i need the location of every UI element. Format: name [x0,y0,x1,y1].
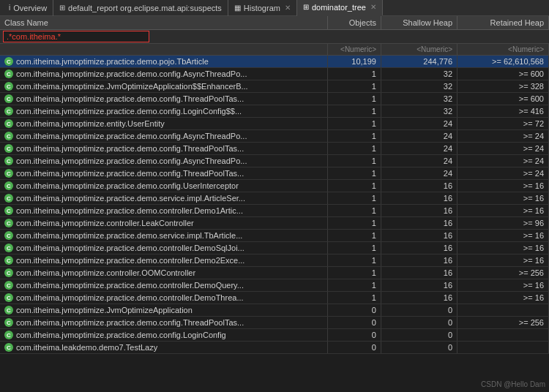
objects-cell: 0 [328,304,381,317]
col-header-class[interactable]: Class Name [0,16,328,30]
table-row[interactable]: Ccom.itheima.jvmoptimize.practice.demo.c… [0,143,549,155]
class-name: com.itheima.jvmoptimize.practice.demo.co… [16,206,243,215]
class-icon: C [4,281,13,290]
class-name: com.itheima.jvmoptimize.JvmOptimizeAppli… [16,306,193,314]
class-cell: Ccom.itheima.jvmoptimize.practice.demo.c… [0,68,328,80]
retained-heap-cell: >= 24 [458,155,549,167]
table-row[interactable]: Ccom.itheima.jvmoptimize.practice.demo.c… [0,317,549,329]
retained-heap-cell: >= 62,610,568 [458,56,549,68]
class-icon: C [4,318,13,327]
tab-histogram-label: Histogram [244,4,280,12]
table-row[interactable]: Ccom.itheima.jvmoptimize.practice.demo.c… [0,93,549,105]
content-area: Class Name Objects Shallow Heap Retained… [0,16,549,376]
class-icon: C [4,306,13,314]
sub-header-class [0,44,328,56]
shallow-heap-cell: 16 [381,192,457,205]
tab-dominator-tree-close[interactable]: ✕ [370,3,376,11]
class-icon: C [4,144,13,153]
table-row[interactable]: Ccom.itheima.jvmoptimize.practice.demo.c… [0,155,549,167]
class-cell: Ccom.itheima.jvmoptimize.practice.demo.c… [0,105,328,118]
tab-default-report[interactable]: ⊞ default_report org.eclipse.mat.api:sus… [53,0,228,16]
tab-histogram-close[interactable]: ✕ [285,4,291,12]
col-header-shallow[interactable]: Shallow Heap [381,16,457,30]
tab-bar: i Overview ⊞ default_report org.eclipse.… [0,0,549,16]
table-row[interactable]: Ccom.itheima.jvmoptimize.practice.demo.s… [0,192,549,205]
table-row[interactable]: Ccom.itheima.jvmoptimize.practice.demo.c… [0,242,549,255]
retained-heap-cell: >= 24 [458,167,549,180]
objects-cell: 1 [328,68,381,80]
filter-cell[interactable] [0,30,328,44]
table-row[interactable]: Ccom.itheima.jvmoptimize.practice.demo.c… [0,68,549,80]
shallow-heap-cell: 16 [381,230,457,242]
retained-heap-cell: >= 328 [458,80,549,93]
retained-heap-cell: >= 16 [458,255,549,267]
class-icon: C [4,256,13,265]
class-name: com.itheima.jvmoptimize.practice.demo.co… [16,69,247,78]
class-icon: C [4,231,13,240]
table-row[interactable]: Ccom.itheima.jvmoptimize.practice.demo.c… [0,292,549,304]
table-row[interactable]: Ccom.itheima.leakdemo.demo7.TestLazy00 [0,342,549,354]
col-header-objects[interactable]: Objects [328,16,381,30]
tab-histogram-icon: ▦ [234,4,241,12]
objects-cell: 1 [328,167,381,180]
table-row[interactable]: Ccom.itheima.jvmoptimize.practice.demo.p… [0,56,549,68]
objects-cell: 1 [328,130,381,143]
class-cell: Ccom.itheima.jvmoptimize.practice.demo.c… [0,242,328,255]
tab-overview[interactable]: i Overview [3,0,53,16]
class-cell: Ccom.itheima.leakdemo.demo7.TestLazy [0,342,328,354]
shallow-heap-cell: 0 [381,342,457,354]
objects-cell: 1 [328,192,381,205]
class-icon: C [4,57,13,66]
table-row[interactable]: Ccom.itheima.jvmoptimize.practice.demo.c… [0,279,549,292]
table-row[interactable]: Ccom.itheima.jvmoptimize.practice.demo.c… [0,255,549,267]
table-row[interactable]: Ccom.itheima.jvmoptimize.JvmOptimizeAppl… [0,304,549,317]
class-name: com.itheima.jvmoptimize.practice.demo.po… [16,57,209,66]
class-cell: Ccom.itheima.jvmoptimize.practice.demo.c… [0,292,328,304]
shallow-heap-cell: 16 [381,279,457,292]
table-row[interactable]: Ccom.itheima.jvmoptimize.practice.demo.c… [0,167,549,180]
class-name: com.itheima.jvmoptimize.controller.LeakC… [16,219,194,227]
class-cell: Ccom.itheima.jvmoptimize.controller.Leak… [0,217,328,230]
shallow-heap-cell: 244,776 [381,56,457,68]
retained-heap-cell: >= 24 [458,130,549,143]
table-row[interactable]: Ccom.itheima.jvmoptimize.practice.demo.c… [0,180,549,192]
tab-dominator-tree[interactable]: ⊞ dominator_tree ✕ [297,0,383,16]
table-row[interactable]: Ccom.itheima.jvmoptimize.entity.UserEnti… [0,118,549,130]
table-row[interactable]: Ccom.itheima.jvmoptimize.controller.OOMC… [0,267,549,279]
table-container[interactable]: Class Name Objects Shallow Heap Retained… [0,16,549,376]
class-icon: C [4,343,13,352]
class-name: com.itheima.leakdemo.demo7.TestLazy [16,343,157,352]
class-icon: C [4,69,13,78]
sub-header-retained: <Numeric> [458,44,549,56]
objects-cell: 1 [328,205,381,217]
retained-heap-cell: >= 16 [458,230,549,242]
tab-dominator-tree-label: dominator_tree [312,3,366,12]
filter-input[interactable] [3,31,149,42]
class-name: com.itheima.jvmoptimize.practice.demo.co… [16,94,244,103]
filter-objects-empty [328,30,381,44]
table-row[interactable]: Ccom.itheima.jvmoptimize.controller.Leak… [0,217,549,230]
objects-cell: 10,199 [328,56,381,68]
objects-cell: 1 [328,217,381,230]
class-cell: Ccom.itheima.jvmoptimize.practice.demo.c… [0,143,328,155]
objects-cell: 1 [328,292,381,304]
table-row[interactable]: Ccom.itheima.jvmoptimize.practice.demo.c… [0,205,549,217]
class-icon: C [4,169,13,178]
table-row[interactable]: Ccom.itheima.jvmoptimize.practice.demo.c… [0,130,549,143]
class-name: com.itheima.jvmoptimize.entity.UserEntit… [16,119,165,128]
table-row[interactable]: Ccom.itheima.jvmoptimize.practice.demo.s… [0,230,549,242]
retained-heap-cell: >= 16 [458,292,549,304]
objects-cell: 0 [328,317,381,329]
class-name: com.itheima.jvmoptimize.practice.demo.co… [16,169,244,178]
tab-histogram[interactable]: ▦ Histogram ✕ [228,0,297,16]
class-cell: Ccom.itheima.jvmoptimize.practice.demo.c… [0,93,328,105]
shallow-heap-cell: 24 [381,167,457,180]
tab-overview-label: Overview [13,4,47,12]
class-icon: C [4,293,13,302]
table-row[interactable]: Ccom.itheima.jvmoptimize.practice.demo.c… [0,329,549,342]
table-row[interactable]: Ccom.itheima.jvmoptimize.practice.demo.c… [0,105,549,118]
table-row[interactable]: Ccom.itheima.jvmoptimize.JvmOptimizeAppl… [0,80,549,93]
class-cell: Ccom.itheima.jvmoptimize.practice.demo.c… [0,255,328,267]
objects-cell: 0 [328,329,381,342]
col-header-retained[interactable]: Retained Heap [458,16,549,30]
